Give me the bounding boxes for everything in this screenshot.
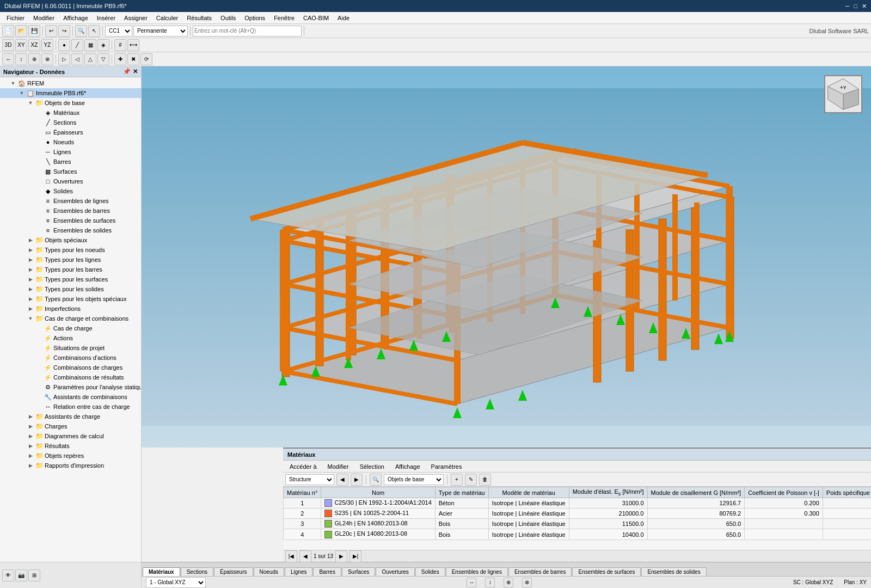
view-xz-button[interactable]: XZ (28, 39, 40, 51)
tab-épaisseurs[interactable]: Épaisseurs (214, 567, 253, 576)
tree-ens-surfaces[interactable]: ≡ Ensembles de surfaces (0, 216, 141, 225)
menu-item-résultats[interactable]: Résultats (182, 14, 216, 22)
undo-button[interactable]: ↩ (45, 25, 57, 37)
zoom-button[interactable]: 🔍 (75, 25, 87, 37)
close-icon[interactable]: ✕ (862, 3, 867, 10)
tree-types-barres[interactable]: ▶ 📁 Types pour les barres (0, 265, 141, 274)
toolbar3-btn8[interactable]: ▽ (97, 53, 109, 65)
tree-types-noeuds[interactable]: ▶ 📁 Types pour les noeuds (0, 245, 141, 255)
menu-item-fichier[interactable]: Fichier (2, 14, 29, 22)
menu-item-assigner[interactable]: Assigner (120, 14, 152, 22)
tree-comb-actions[interactable]: ⚡ Combinaisons d'actions (0, 353, 141, 363)
nav-view-btn[interactable]: 👁 (2, 569, 14, 581)
menu-item-cao-bim[interactable]: CAO-BIM (299, 14, 333, 22)
tab-ensembles-de-surfaces[interactable]: Ensembles de surfaces (572, 567, 641, 576)
grid-button[interactable]: # (114, 39, 126, 51)
mat-params-menu[interactable]: Paramètres (427, 462, 467, 471)
objets-toggle[interactable]: ▼ (26, 99, 35, 107)
tree-epaisseurs[interactable]: ▭ Épaisseurs (0, 127, 141, 137)
tree-surfaces[interactable]: ▦ Surfaces (0, 167, 141, 176)
mat-tool1[interactable]: + (451, 474, 463, 486)
status-btn4[interactable]: ⊗ (522, 578, 532, 587)
tree-objets-base[interactable]: ▼ 📁 Objets de base (0, 98, 141, 108)
table-row[interactable]: 4 GL20c | EN 14080:2013-08 Bois Isotrope… (284, 529, 872, 540)
view-select[interactable]: 1 - Global XYZ (146, 577, 206, 588)
tree-file[interactable]: ▼ 📋 Immeuble PB9.rf6* (0, 88, 141, 98)
first-page-btn[interactable]: |◀ (285, 550, 297, 562)
show-nodes[interactable]: ● (58, 39, 70, 51)
view-3d-button[interactable]: 3D (2, 39, 14, 51)
tab-solides[interactable]: Solides (415, 567, 445, 576)
nav-camera-btn[interactable]: 📷 (15, 569, 27, 581)
menu-item-outils[interactable]: Outils (216, 14, 240, 22)
tab-ensembles-de-lignes[interactable]: Ensembles de lignes (446, 567, 508, 576)
mat-acceder-menu[interactable]: Accéder à (285, 462, 321, 471)
open-button[interactable]: 📂 (15, 25, 27, 37)
tree-charges[interactable]: ▶ 📁 Charges (0, 421, 141, 431)
tree-ouvertures[interactable]: □ Ouvertures (0, 176, 141, 186)
objets-filter[interactable]: Objets de base (384, 474, 444, 485)
toolbar3-btn7[interactable]: △ (84, 53, 96, 65)
mat-tool2[interactable]: ✎ (465, 474, 477, 486)
save-button[interactable]: 💾 (28, 25, 40, 37)
last-page-btn[interactable]: ▶| (349, 550, 361, 562)
nav-close-icon[interactable]: ✕ (133, 68, 138, 75)
prev-page-btn[interactable]: ◀ (299, 550, 311, 562)
table-row[interactable]: 2 S235 | EN 10025-2:2004-11 Acier Isotro… (284, 509, 872, 519)
rfem-toggle[interactable]: ▼ (9, 79, 17, 88)
tree-obj-spec[interactable]: ▶ 📁 Objets spéciaux (0, 235, 141, 245)
search-input[interactable] (193, 26, 302, 36)
tree-materiaux[interactable]: ◈ Matériaux (0, 108, 141, 118)
tab-barres[interactable]: Barres (313, 567, 341, 576)
toolbar3-btn10[interactable]: ✖ (127, 53, 139, 65)
filter-icon[interactable]: 🔍 (370, 474, 382, 486)
tree-comb-charges[interactable]: ⚡ Combinaisons de charges (0, 363, 141, 372)
measure-button[interactable]: ⟷ (127, 39, 139, 51)
menu-item-aide[interactable]: Aide (333, 14, 354, 22)
view-xy-button[interactable]: XY (15, 39, 27, 51)
menu-item-affichage[interactable]: Affichage (59, 14, 93, 22)
tab-sections[interactable]: Sections (181, 567, 213, 576)
tree-diagrammes[interactable]: ▶ 📁 Diagrammes de calcul (0, 431, 141, 441)
tree-rfem[interactable]: ▼ 🏠 RFEM (0, 78, 141, 88)
tab-surfaces[interactable]: Surfaces (342, 567, 375, 576)
tab-ensembles-de-solides[interactable]: Ensembles de solides (641, 567, 706, 576)
tree-assist-comb[interactable]: 🔧 Assistants de combinaisons (0, 392, 141, 402)
tree-objets-rep[interactable]: ▶ 📁 Objets repères (0, 451, 141, 461)
tree-relation[interactable]: ↔ Relation entre cas de charge (0, 402, 141, 412)
menu-item-insérer[interactable]: Insérer (93, 14, 120, 22)
toolbar3-btn5[interactable]: ▷ (58, 53, 70, 65)
maximize-icon[interactable]: □ (854, 3, 857, 10)
show-lines[interactable]: ╱ (71, 39, 83, 51)
select-button[interactable]: ↖ (88, 25, 100, 37)
tree-types-lignes[interactable]: ▶ 📁 Types pour les lignes (0, 255, 141, 265)
tree-imperfections[interactable]: ▶ 📁 Imperfections (0, 304, 141, 314)
tab-matériaux[interactable]: Matériaux (143, 567, 180, 576)
toolbar3-btn4[interactable]: ⊗ (41, 53, 53, 65)
toolbar3-btn6[interactable]: ◁ (71, 53, 83, 65)
table-row[interactable]: 3 GL24h | EN 14080:2013-08 Bois Isotrope… (284, 519, 872, 529)
mat-affichage-menu[interactable]: Affichage (391, 462, 425, 471)
tab-ouvertures[interactable]: Ouvertures (376, 567, 414, 576)
next-btn[interactable]: ▶ (351, 474, 363, 486)
tab-lignes[interactable]: Lignes (285, 567, 312, 576)
load-case-select[interactable]: CC1 (105, 26, 132, 36)
nav-pin-icon[interactable]: 📌 (123, 68, 131, 75)
menu-item-options[interactable]: Options (240, 14, 269, 22)
tree-types-sol[interactable]: ▶ 📁 Types pour les solides (0, 284, 141, 294)
prev-btn[interactable]: ◀ (336, 474, 348, 486)
viewport[interactable]: +Y (142, 66, 871, 448)
mat-modifier-menu[interactable]: Modifier (323, 462, 353, 471)
toolbar3-btn9[interactable]: ✚ (114, 53, 126, 65)
load-type-select[interactable]: Permanente (133, 26, 188, 36)
tree-cas-charge[interactable]: ▼ 📁 Cas de charge et combinaisons (0, 314, 141, 323)
mat-tool3[interactable]: 🗑 (479, 474, 491, 486)
tree-barres[interactable]: ╲ Barres (0, 157, 141, 167)
toolbar3-btn3[interactable]: ⊕ (28, 53, 40, 65)
tree-ens-barres[interactable]: ≡ Ensembles de barres (0, 206, 141, 216)
tree-solides[interactable]: ◆ Solides (0, 186, 141, 196)
file-toggle[interactable]: ▼ (17, 89, 26, 97)
redo-button[interactable]: ↪ (58, 25, 70, 37)
toolbar3-btn1[interactable]: ↔ (2, 53, 14, 65)
tree-noeuds[interactable]: ● Noeuds (0, 137, 141, 147)
